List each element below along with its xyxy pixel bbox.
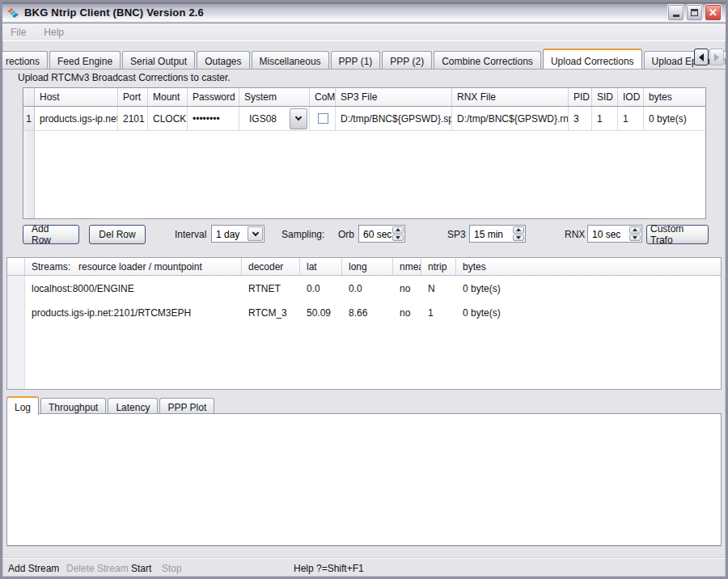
orb-value: 60 sec (359, 226, 392, 242)
bytes-cell: 0 byte(s) (644, 107, 705, 131)
orb-spin-up-button[interactable] (392, 226, 404, 234)
host-cell[interactable]: products.igs-ip.net (35, 107, 118, 131)
add-stream-button[interactable]: Add Stream (8, 563, 59, 574)
stream-name: localhost:8000/ENGINE (25, 276, 242, 300)
stream-ntrip: 1 (421, 300, 456, 324)
table-row: 1 products.igs-ip.net 2101 CLOCK •••••••… (23, 107, 705, 131)
header-lat: lat (300, 258, 342, 275)
sid-cell[interactable]: 1 (592, 107, 618, 131)
tab-outages[interactable]: Outages (197, 51, 249, 69)
down-arrow-icon (396, 236, 400, 239)
minimize-button[interactable] (667, 4, 684, 21)
upload-controls: Add Row Del Row Interval 1 day Sampling:… (2, 225, 726, 245)
interval-dropdown-button[interactable] (248, 226, 263, 241)
tab-log[interactable]: Log (6, 396, 39, 415)
rnx-label: RNX (565, 225, 585, 240)
left-arrow-icon (699, 53, 704, 61)
header-mount: Mount (148, 88, 188, 106)
del-row-button[interactable]: Del Row (89, 225, 146, 244)
stream-lat: 0.0 (300, 276, 342, 300)
tab-scroll-right-button[interactable] (709, 49, 724, 66)
tab-upload-corrections[interactable]: Upload Corrections (543, 49, 642, 70)
interval-value: 1 day (212, 226, 247, 242)
right-arrow-icon (714, 53, 719, 61)
com-checkbox[interactable] (318, 113, 328, 124)
orb-label: Orb (338, 225, 354, 240)
stop-button[interactable]: Stop (162, 563, 182, 574)
system-combobox[interactable]: IGS08 (239, 107, 310, 131)
password-cell[interactable]: •••••••• (188, 107, 239, 131)
stream-row[interactable]: 1 localhost:8000/ENGINE RTNET 0.0 0.0 no… (7, 276, 721, 300)
tab-ppp-plot[interactable]: PPP Plot (159, 398, 214, 414)
sp3-label: SP3 (447, 225, 466, 240)
sp3-spinbox[interactable]: 15 min (469, 225, 526, 243)
streams-header: Streams: resource loader / mountpoint de… (7, 258, 721, 276)
up-arrow-icon (396, 228, 400, 231)
close-icon: ✕ (709, 7, 717, 18)
system-dropdown-button[interactable] (290, 108, 307, 129)
tab-miscellaneous[interactable]: Miscellaneous (252, 51, 329, 69)
maximize-button[interactable] (686, 4, 703, 21)
rnx-file-cell[interactable]: D:/tmp/BNC${GPSWD}.rnx (452, 107, 569, 131)
header-rnx-file: RNX File (452, 88, 569, 106)
tab-throughput[interactable]: Throughput (40, 398, 106, 414)
header-stream-bytes: bytes (456, 258, 721, 275)
header-port: Port (118, 88, 148, 106)
sp3-value: 15 min (470, 226, 512, 242)
pid-cell[interactable]: 3 (569, 107, 592, 131)
com-cell (310, 107, 336, 131)
start-button[interactable]: Start (131, 563, 151, 574)
header-decoder: decoder (242, 258, 300, 275)
header-password: Password (188, 88, 239, 106)
help-shortcut-label: Help ?=Shift+F1 (294, 563, 364, 574)
log-tab-bar: Log Throughput Latency PPP Plot (6, 395, 216, 414)
system-value: IGS08 (244, 113, 290, 125)
close-button[interactable]: ✕ (705, 4, 722, 21)
mount-cell[interactable]: CLOCK (148, 107, 188, 131)
row-number: 1 (23, 107, 35, 131)
up-arrow-icon (633, 228, 637, 231)
rnx-spin-up-button[interactable] (629, 226, 641, 234)
status-bar: Add Stream Delete Stream Start Stop Help… (2, 561, 726, 577)
stream-ntrip: N (421, 276, 456, 300)
interval-combobox[interactable]: 1 day (211, 225, 265, 243)
iod-cell[interactable]: 1 (618, 107, 644, 131)
row-header-strip (23, 131, 35, 218)
log-output-area[interactable] (6, 413, 722, 546)
title-bar[interactable]: BKG Ntrip Client (BNC) Version 2.6 ✕ (2, 2, 726, 23)
down-arrow-icon (516, 236, 521, 239)
tab-serial-output[interactable]: Serial Output (122, 51, 195, 69)
sp3-file-cell[interactable]: D:/tmp/BNC${GPSWD}.sp3 (336, 107, 452, 131)
orb-spin-down-button[interactable] (392, 235, 404, 242)
menu-file[interactable]: File (11, 27, 26, 38)
header-nmea: nmea (393, 258, 421, 275)
chevron-down-icon (295, 114, 302, 120)
sp3-spin-down-button[interactable] (513, 235, 524, 242)
minimize-icon (673, 15, 679, 17)
tab-feed-engine[interactable]: Feed Engine (49, 51, 121, 69)
header-system: System (239, 88, 310, 106)
rnx-spin-down-button[interactable] (629, 235, 641, 242)
header-pid: PID (569, 88, 592, 106)
stream-bytes: 0 byte(s) (456, 300, 721, 324)
port-cell[interactable]: 2101 (118, 107, 148, 131)
tab-scroll-left-button[interactable] (694, 49, 709, 66)
orb-spinbox[interactable]: 60 sec (358, 225, 405, 243)
tab-ppp-2[interactable]: PPP (2) (382, 51, 432, 69)
stream-name: products.igs-ip.net:2101/RTCM3EPH (25, 300, 242, 324)
statusbar-divider (2, 557, 726, 559)
stream-lat: 50.09 (300, 300, 342, 324)
tab-ppp-1[interactable]: PPP (1) (331, 51, 381, 69)
sp3-spin-up-button[interactable] (513, 226, 524, 234)
menu-help[interactable]: Help (44, 27, 64, 38)
delete-stream-button[interactable]: Delete Stream (66, 563, 129, 574)
tab-latency[interactable]: Latency (108, 398, 158, 414)
rnx-spinbox[interactable]: 10 sec (587, 225, 642, 243)
header-sid: SID (592, 88, 618, 106)
tab-combine-corrections[interactable]: Combine Corrections (434, 51, 541, 69)
add-row-button[interactable]: Add Row (23, 225, 79, 244)
stream-row[interactable]: 2 products.igs-ip.net:2101/RTCM3EPH RTCM… (7, 300, 721, 324)
custom-trafo-button[interactable]: Custom Trafo (646, 225, 709, 244)
header-com: CoM (310, 88, 336, 106)
tab-corrections[interactable]: rections (2, 51, 48, 69)
